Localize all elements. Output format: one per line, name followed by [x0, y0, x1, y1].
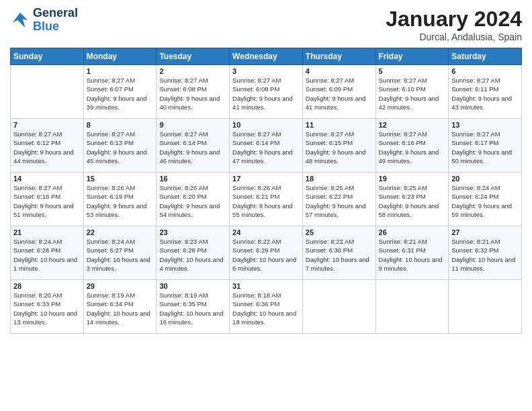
daylight: Daylight: 9 hours and 44 minutes.: [13, 148, 74, 165]
daylight: Daylight: 10 hours and 14 minutes.: [87, 310, 150, 326]
day-info: Sunrise: 8:26 AM Sunset: 6:20 PM Dayligh…: [159, 183, 226, 219]
sunrise: Sunrise: 8:27 AM: [87, 130, 135, 138]
sunrise: Sunrise: 8:27 AM: [306, 77, 354, 84]
sunrise: Sunrise: 8:25 AM: [379, 184, 427, 191]
day-info: Sunrise: 8:27 AM Sunset: 6:08 PM Dayligh…: [232, 76, 300, 111]
calendar-cell: 23 Sunrise: 8:23 AM Sunset: 6:28 PM Dayl…: [157, 226, 230, 280]
calendar-cell: 26 Sunrise: 8:21 AM Sunset: 6:31 PM Dayl…: [375, 226, 449, 280]
sunrise: Sunrise: 8:18 AM: [232, 291, 281, 299]
sunset: Sunset: 6:09 PM: [306, 85, 353, 93]
daylight: Daylight: 10 hours and 9 minutes.: [379, 256, 443, 272]
day-info: Sunrise: 8:21 AM Sunset: 6:32 PM Dayligh…: [451, 237, 519, 273]
day-number: 19: [379, 175, 446, 183]
calendar-cell: 24 Sunrise: 8:22 AM Sunset: 6:29 PM Dayl…: [230, 226, 303, 280]
sunrise: Sunrise: 8:21 AM: [379, 238, 427, 245]
col-thursday: Thursday: [302, 48, 375, 65]
sunrise: Sunrise: 8:27 AM: [232, 130, 281, 138]
daylight: Daylight: 9 hours and 48 minutes.: [306, 148, 366, 165]
sunrise: Sunrise: 8:23 AM: [159, 238, 208, 245]
sunset: Sunset: 6:27 PM: [87, 246, 134, 254]
calendar-cell: 14 Sunrise: 8:27 AM Sunset: 6:18 PM Dayl…: [11, 173, 84, 226]
calendar-cell: 28 Sunrise: 8:20 AM Sunset: 6:33 PM Dayl…: [11, 280, 84, 334]
month-title: January 2024: [386, 7, 522, 32]
calendar-table: Sunday Monday Tuesday Wednesday Thursday…: [10, 48, 522, 334]
logo-text: General Blue: [33, 7, 78, 34]
day-info: Sunrise: 8:20 AM Sunset: 6:33 PM Dayligh…: [13, 291, 81, 326]
sunset: Sunset: 6:30 PM: [306, 246, 353, 254]
sunset: Sunset: 6:12 PM: [13, 139, 60, 146]
sunrise: Sunrise: 8:19 AM: [87, 291, 135, 299]
daylight: Daylight: 10 hours and 18 minutes.: [232, 310, 296, 326]
day-info: Sunrise: 8:27 AM Sunset: 6:12 PM Dayligh…: [13, 130, 81, 165]
day-number: 10: [232, 121, 300, 129]
day-number: 8: [87, 121, 154, 129]
day-info: Sunrise: 8:27 AM Sunset: 6:08 PM Dayligh…: [159, 76, 226, 111]
sunset: Sunset: 6:08 PM: [159, 85, 206, 93]
sunset: Sunset: 6:32 PM: [451, 246, 498, 254]
daylight: Daylight: 9 hours and 49 minutes.: [379, 148, 439, 165]
day-number: 13: [451, 121, 519, 129]
daylight: Daylight: 10 hours and 6 minutes.: [232, 256, 296, 272]
calendar-cell: 15 Sunrise: 8:26 AM Sunset: 6:19 PM Dayl…: [83, 173, 157, 226]
daylight: Daylight: 9 hours and 41 minutes.: [306, 95, 366, 111]
calendar-cell: 19 Sunrise: 8:25 AM Sunset: 6:23 PM Dayl…: [375, 173, 449, 226]
calendar-cell: 22 Sunrise: 8:24 AM Sunset: 6:27 PM Dayl…: [83, 226, 157, 280]
sunset: Sunset: 6:08 PM: [232, 85, 279, 93]
daylight: Daylight: 10 hours and 1 minute.: [13, 256, 77, 272]
day-info: Sunrise: 8:18 AM Sunset: 6:36 PM Dayligh…: [232, 291, 300, 326]
location: Durcal, Andalusia, Spain: [386, 32, 522, 42]
day-info: Sunrise: 8:27 AM Sunset: 6:15 PM Dayligh…: [306, 130, 373, 165]
day-info: Sunrise: 8:25 AM Sunset: 6:22 PM Dayligh…: [306, 183, 373, 219]
sunset: Sunset: 6:18 PM: [13, 193, 60, 200]
page-container: General Blue January 2024 Durcal, Andalu…: [0, 0, 532, 340]
sunset: Sunset: 6:14 PM: [159, 139, 206, 146]
sunset: Sunset: 6:17 PM: [451, 139, 498, 146]
sunset: Sunset: 6:33 PM: [13, 300, 60, 308]
calendar-cell: 30 Sunrise: 8:19 AM Sunset: 6:35 PM Dayl…: [157, 280, 230, 334]
calendar-cell: 11 Sunrise: 8:27 AM Sunset: 6:15 PM Dayl…: [302, 119, 375, 173]
sunset: Sunset: 6:13 PM: [87, 139, 134, 146]
sunset: Sunset: 6:14 PM: [232, 139, 279, 146]
daylight: Daylight: 10 hours and 3 minutes.: [87, 256, 150, 272]
calendar-cell: 10 Sunrise: 8:27 AM Sunset: 6:14 PM Dayl…: [230, 119, 303, 173]
day-number: 3: [232, 67, 300, 75]
day-info: Sunrise: 8:27 AM Sunset: 6:16 PM Dayligh…: [379, 130, 446, 165]
sunset: Sunset: 6:28 PM: [159, 246, 206, 254]
sunrise: Sunrise: 8:27 AM: [451, 77, 500, 84]
day-info: Sunrise: 8:22 AM Sunset: 6:30 PM Dayligh…: [306, 237, 373, 273]
sunrise: Sunrise: 8:26 AM: [159, 184, 208, 191]
col-saturday: Saturday: [449, 48, 522, 65]
day-number: 18: [306, 175, 373, 183]
sunrise: Sunrise: 8:19 AM: [159, 291, 208, 299]
sunset: Sunset: 6:34 PM: [87, 300, 134, 308]
day-number: 29: [87, 282, 154, 290]
day-number: 21: [13, 228, 81, 236]
sunrise: Sunrise: 8:24 AM: [13, 238, 62, 245]
calendar-cell: 13 Sunrise: 8:27 AM Sunset: 6:17 PM Dayl…: [449, 119, 522, 173]
day-number: 28: [13, 282, 81, 290]
day-info: Sunrise: 8:27 AM Sunset: 6:13 PM Dayligh…: [87, 130, 154, 165]
daylight: Daylight: 9 hours and 58 minutes.: [379, 202, 439, 218]
sunrise: Sunrise: 8:22 AM: [306, 238, 354, 245]
calendar-cell: 6 Sunrise: 8:27 AM Sunset: 6:11 PM Dayli…: [449, 65, 522, 119]
daylight: Daylight: 10 hours and 11 minutes.: [451, 256, 515, 272]
title-block: January 2024 Durcal, Andalusia, Spain: [386, 7, 522, 42]
sunrise: Sunrise: 8:27 AM: [451, 130, 500, 138]
day-info: Sunrise: 8:24 AM Sunset: 6:24 PM Dayligh…: [451, 183, 519, 219]
sunset: Sunset: 6:19 PM: [87, 193, 134, 200]
sunset: Sunset: 6:24 PM: [451, 193, 498, 200]
sunrise: Sunrise: 8:27 AM: [379, 130, 427, 138]
calendar-cell: 25 Sunrise: 8:22 AM Sunset: 6:30 PM Dayl…: [302, 226, 375, 280]
sunset: Sunset: 6:36 PM: [232, 300, 279, 308]
calendar-cell: 4 Sunrise: 8:27 AM Sunset: 6:09 PM Dayli…: [302, 65, 375, 119]
calendar-cell: 2 Sunrise: 8:27 AM Sunset: 6:08 PM Dayli…: [157, 65, 230, 119]
sunset: Sunset: 6:16 PM: [379, 139, 426, 146]
col-wednesday: Wednesday: [230, 48, 303, 65]
calendar-cell: 12 Sunrise: 8:27 AM Sunset: 6:16 PM Dayl…: [375, 119, 449, 173]
sunrise: Sunrise: 8:27 AM: [232, 77, 281, 84]
calendar-cell: 21 Sunrise: 8:24 AM Sunset: 6:26 PM Dayl…: [11, 226, 84, 280]
sunrise: Sunrise: 8:27 AM: [159, 77, 208, 84]
col-tuesday: Tuesday: [157, 48, 230, 65]
calendar-cell: 3 Sunrise: 8:27 AM Sunset: 6:08 PM Dayli…: [230, 65, 303, 119]
logo-icon: [10, 10, 30, 30]
